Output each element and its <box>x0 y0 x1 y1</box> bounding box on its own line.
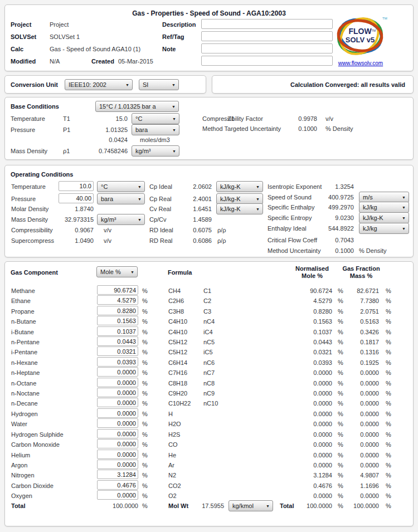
base-preset-value: 15°C / 1.01325 bar a <box>99 103 156 110</box>
percent-sign: % <box>386 359 391 367</box>
base-mass-density-value: 0.7458246 <box>75 147 128 155</box>
component-formula: H2S <box>168 431 180 438</box>
percent-sign: % <box>386 471 391 479</box>
unit-dropdown[interactable]: kJ/kg-K ▼ <box>359 212 409 223</box>
property-value: 1.3254 <box>309 183 354 191</box>
component-mole-input[interactable] <box>97 367 138 377</box>
percent-sign: % <box>386 482 391 490</box>
component-mole-input[interactable] <box>97 490 138 500</box>
component-name: n-Octane <box>11 379 36 387</box>
component-name: Carbon Monoxide <box>11 441 60 448</box>
normalised-mole-value: 0.0000 <box>293 369 332 377</box>
note-input[interactable] <box>201 43 333 53</box>
unit-dropdown-value: kJ/kg-K <box>363 214 383 222</box>
unit-system-dropdown[interactable]: SI ▼ <box>139 79 179 90</box>
component-name: n-Decane <box>11 399 38 407</box>
normalised-mole-value: 0.0000 <box>293 461 332 469</box>
gas-fraction-mass-value: 0.0000 <box>340 431 379 438</box>
solvset-label: SOLVSet <box>11 33 36 41</box>
percent-sign: % <box>386 297 391 305</box>
property-label: Specific Enthalpy <box>268 203 314 211</box>
component-mole-input[interactable] <box>97 316 138 325</box>
unit-dropdown[interactable]: kJ/kg ▼ <box>359 202 409 213</box>
project-value: Project <box>50 21 69 28</box>
component-symbol: nC8 <box>203 379 215 387</box>
component-formula: CO2 <box>168 482 181 490</box>
total-mole-value: 100.0000 <box>86 502 138 510</box>
component-name: n-Pentane <box>11 338 40 346</box>
chevron-down-icon: ▼ <box>402 196 406 199</box>
molwt-unit-dropdown[interactable]: kg/kmol ▼ <box>229 500 273 511</box>
percent-sign: % <box>386 431 391 438</box>
component-mole-input[interactable] <box>97 336 138 346</box>
percent-sign: % <box>142 471 148 479</box>
normalised-mole-value: 0.0000 <box>293 492 332 500</box>
component-mole-input[interactable] <box>97 418 138 428</box>
base-temperature-unit-dropdown[interactable]: °C ▼ <box>132 113 179 124</box>
gas-component-row: Hydrogen % H 0.0000 % 0.0000 % <box>6 408 412 419</box>
gas-component-row: Helium % He 0.0000 % 0.0000 % <box>6 450 412 460</box>
component-formula: C6H14 <box>168 359 187 367</box>
normalised-mole-value: 0.0000 <box>293 441 332 448</box>
component-mole-input[interactable] <box>97 388 138 397</box>
gas-component-row: n-Decane % C10H22 nC10 0.0000 % 0.0000 % <box>6 398 412 408</box>
conversion-standard-dropdown[interactable]: IEEE10: 2002 ▼ <box>65 79 133 90</box>
component-name: Ethane <box>11 297 31 305</box>
description-input[interactable] <box>201 19 333 29</box>
component-mole-input[interactable] <box>97 450 138 459</box>
component-mole-input[interactable] <box>97 295 138 305</box>
percent-sign: % <box>142 482 148 490</box>
component-mole-input[interactable] <box>97 470 138 479</box>
percent-sign: % <box>142 359 148 367</box>
gas-component-row: Oxygen % O2 0.0000 % 0.0000 % <box>6 490 412 501</box>
component-mole-input[interactable] <box>97 408 138 418</box>
base-preset-dropdown[interactable]: 15°C / 1.01325 bar a ▼ <box>95 101 179 112</box>
reftag-input[interactable] <box>201 31 333 41</box>
percent-sign: % <box>142 431 148 438</box>
base-uncertainty-unit: % Density <box>325 125 353 133</box>
percent-sign: % <box>386 308 391 315</box>
property-value: 0.1000 <box>309 247 354 255</box>
percent-sign: % <box>142 461 148 469</box>
extra-input[interactable] <box>201 56 333 66</box>
component-formula: C5H12 <box>168 338 187 346</box>
component-formula: C5H12 <box>168 348 187 356</box>
component-name: n-Noctane <box>11 389 40 397</box>
normalised-mole-value: 4.5279 <box>293 297 332 305</box>
project-label: Project <box>11 21 31 28</box>
component-mole-input[interactable] <box>97 429 138 438</box>
base-z-value: 0.9978 <box>273 115 317 123</box>
unit-dropdown[interactable]: m/s ▼ <box>359 192 409 203</box>
percent-sign: % <box>142 338 148 346</box>
component-symbol: nC9 <box>203 389 215 397</box>
gas-fraction-mass-value: 7.7380 <box>340 297 379 305</box>
property-row: Specific Enthalpy 499.2970 kJ/kg ▼ <box>6 202 412 213</box>
component-mole-input[interactable] <box>97 285 138 295</box>
property-row: Enthalpy Ideal 544.8922 kJ/kg ▼ <box>6 223 412 234</box>
gas-fraction-mass-value: 0.0000 <box>340 399 379 407</box>
property-value: 9.0230 <box>309 214 354 222</box>
percent-sign: % <box>386 369 391 377</box>
component-mole-input[interactable] <box>97 378 138 387</box>
normalised-mole-value: 0.0000 <box>293 410 332 418</box>
component-mole-input[interactable] <box>97 398 138 407</box>
component-mole-input[interactable] <box>97 357 138 367</box>
component-formula: C3H8 <box>168 308 184 315</box>
percent-sign: % <box>386 502 391 510</box>
header-section: Gas - Properties - Speed of Sound - AGA1… <box>4 4 414 71</box>
component-symbol: nC4 <box>203 318 215 325</box>
component-mole-input[interactable] <box>97 480 138 490</box>
component-mole-input[interactable] <box>97 439 138 448</box>
component-mole-input[interactable] <box>97 346 138 356</box>
percent-sign: % <box>386 348 391 356</box>
component-mole-input[interactable] <box>97 326 138 336</box>
base-pressure-unit-dropdown[interactable]: bara ▼ <box>132 124 179 135</box>
unit-dropdown[interactable]: kJ/kg ▼ <box>359 223 409 234</box>
logo-text-solv: SOLV v5 <box>346 36 375 44</box>
base-mass-density-unit-dropdown[interactable]: kg/m³ ▼ <box>132 145 179 157</box>
normalised-mole-value: 90.6724 <box>293 287 332 295</box>
component-mole-input[interactable] <box>97 306 138 315</box>
component-mole-input[interactable] <box>97 460 138 469</box>
percent-sign: % <box>142 420 148 428</box>
website-link[interactable]: www.flowsolv.com <box>333 60 388 67</box>
